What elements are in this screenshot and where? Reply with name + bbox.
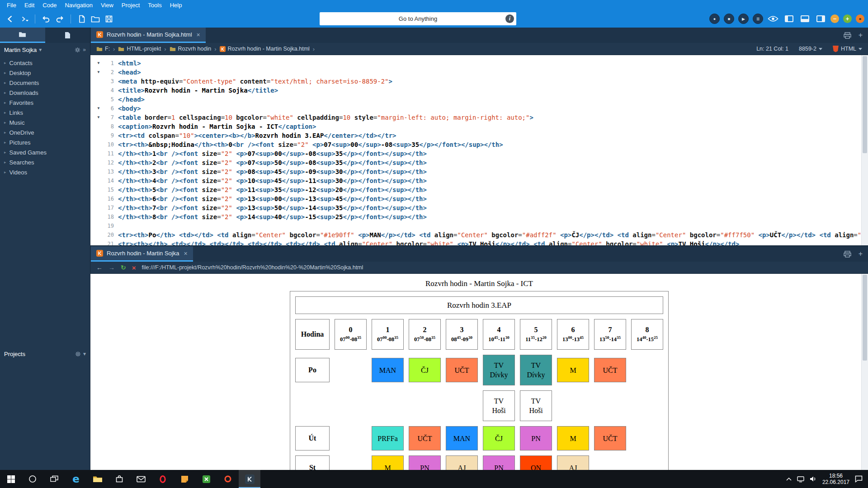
print-icon[interactable] — [844, 251, 851, 258]
code-line-11[interactable]: 11</th><th>1<br /><font size="2" <p>07<s… — [90, 149, 868, 158]
menu-code[interactable]: Code — [38, 1, 61, 9]
add-toolbar-button[interactable]: + — [843, 14, 852, 23]
preview-scrollbar-thumb[interactable] — [863, 275, 867, 361]
fold-marker[interactable] — [95, 140, 102, 149]
code-line-3[interactable]: 3<meta http-equiv="Content-type" content… — [90, 77, 868, 86]
expander-icon[interactable]: ▸ — [4, 110, 6, 115]
sidebar-item-onedrive[interactable]: ▸OneDrive — [0, 127, 90, 137]
fold-marker[interactable] — [95, 77, 102, 86]
code-line-2[interactable]: ▼2<head> — [90, 68, 868, 77]
projects-dropdown-icon[interactable]: ▾ — [83, 351, 86, 357]
fold-marker[interactable] — [95, 167, 102, 176]
expander-icon[interactable]: ▸ — [4, 160, 6, 164]
menu-edit[interactable]: Edit — [20, 1, 38, 9]
go-to-anything-input[interactable]: Go to Anything i — [320, 12, 516, 25]
redo-button[interactable] — [54, 13, 66, 25]
taskbar-store[interactable] — [108, 470, 130, 488]
menu-file[interactable]: File — [3, 1, 20, 9]
fold-marker[interactable]: ▼ — [95, 59, 102, 68]
places-header[interactable]: Martin Sojka ▾ » — [0, 43, 90, 56]
browser-reload-icon[interactable]: ↻ — [121, 264, 126, 271]
code-line-8[interactable]: 8<caption>Rozvrh hodin - Martin Sojka - … — [90, 122, 868, 131]
hidden-icons-chevron[interactable] — [786, 477, 792, 481]
taskbar-browser-2[interactable] — [217, 470, 239, 488]
places-gear-icon[interactable] — [75, 47, 80, 53]
expander-icon[interactable]: ▸ — [4, 61, 6, 65]
action-center-icon[interactable] — [855, 475, 863, 483]
menu-view[interactable]: View — [97, 1, 118, 9]
save-button[interactable] — [103, 13, 115, 25]
menu-project[interactable]: Project — [118, 1, 144, 9]
open-file-button[interactable] — [90, 13, 101, 25]
new-file-button[interactable] — [76, 13, 88, 25]
expander-icon[interactable]: ▸ — [4, 170, 6, 174]
collapse-toolbar-button[interactable]: − — [830, 14, 839, 23]
breadcrumb-item-3[interactable]: Rozvrh hodin — [170, 46, 212, 52]
code-line-20[interactable]: 20<tr><th>Po</th> <td></td> <td align="C… — [90, 230, 868, 239]
preview-eye-button[interactable] — [767, 13, 779, 25]
close-icon[interactable]: × — [197, 31, 200, 38]
code-line-21[interactable]: 21<tr><th></th> <td></td> <td></td> <td>… — [90, 239, 868, 245]
forward-button[interactable] — [18, 13, 30, 25]
taskbar-file-explorer[interactable] — [87, 470, 108, 488]
macro-list-button[interactable]: ≡ — [753, 14, 763, 24]
fold-marker[interactable] — [95, 230, 102, 239]
fold-marker[interactable] — [95, 203, 102, 212]
expander-icon[interactable]: ▸ — [4, 90, 6, 95]
print-icon[interactable] — [844, 32, 851, 39]
projects-header[interactable]: Projects ▾ — [0, 348, 90, 360]
preview-tab[interactable]: Rozvrh hodin - Martin Sojka × — [91, 246, 193, 262]
taskbar-komodo[interactable] — [239, 470, 260, 488]
close-icon[interactable]: × — [184, 250, 187, 257]
code-line-17[interactable]: 17</th><th>7<br /><font size="2" <p>13<s… — [90, 203, 868, 212]
taskbar-edge[interactable]: e — [65, 470, 87, 488]
sidebar-item-music[interactable]: ▸Music — [0, 117, 90, 127]
encoding-selector[interactable]: 8859-2 — [799, 46, 822, 52]
fold-marker[interactable] — [95, 158, 102, 167]
fold-marker[interactable] — [95, 86, 102, 95]
fold-marker[interactable]: ▼ — [95, 68, 102, 77]
fold-marker[interactable] — [95, 176, 102, 185]
browser-back-icon[interactable]: ← — [96, 264, 103, 271]
task-view-button[interactable] — [43, 470, 65, 488]
back-button[interactable] — [5, 13, 16, 25]
editor-scrollbar[interactable] — [861, 55, 868, 245]
language-selector[interactable]: HTML — [833, 46, 862, 52]
new-tab-icon[interactable]: + — [859, 250, 863, 258]
fold-marker[interactable]: ▼ — [95, 113, 102, 122]
sidebar-item-links[interactable]: ▸Links — [0, 108, 90, 117]
expander-icon[interactable]: ▸ — [4, 140, 6, 145]
toggle-right-pane-button[interactable] — [815, 13, 826, 25]
fold-marker[interactable] — [95, 149, 102, 158]
code-line-16[interactable]: 16</th><th>6<br /><font size="2" <p>13<s… — [90, 194, 868, 203]
expander-icon[interactable]: ▸ — [4, 130, 6, 135]
expander-icon[interactable]: ▸ — [4, 120, 6, 125]
komodo-badge-button[interactable]: ● — [856, 14, 864, 23]
macro-play-button[interactable]: ▶ — [738, 14, 749, 24]
url-bar[interactable]: file:///F:/HTML-projekt/Rozvrh%20hodin/R… — [142, 264, 363, 271]
chevron-down-icon[interactable]: ▾ — [39, 47, 42, 53]
new-tab-icon[interactable]: + — [859, 32, 863, 39]
code-line-5[interactable]: 5</head> — [90, 95, 868, 104]
toggle-bottom-pane-button[interactable] — [799, 13, 811, 25]
fold-marker[interactable] — [95, 194, 102, 203]
places-more-icon[interactable]: » — [83, 47, 86, 53]
breadcrumb-item-1[interactable]: F: — [96, 46, 110, 52]
sidebar-item-videos[interactable]: ▸Videos — [0, 167, 90, 177]
code-line-1[interactable]: ▼1<html> — [90, 59, 868, 68]
macro-record-button[interactable]: ● — [709, 14, 720, 24]
code-line-12[interactable]: 12</th><th>2<br /><font size="2" <p>07<s… — [90, 158, 868, 167]
taskbar-green-app[interactable] — [195, 470, 217, 488]
code-editor[interactable]: ▼1<html>▼2<head>3<meta http-equiv="Conte… — [90, 55, 868, 245]
taskbar-clock[interactable]: 18:56 22.06.2017 — [822, 473, 849, 485]
code-line-19[interactable]: 19 — [90, 221, 868, 230]
code-line-10[interactable]: 10<tr><th>&nbsp;Hodina</th><th>0<br /><f… — [90, 140, 868, 149]
code-line-14[interactable]: 14</th><th>4<br /><font size="2" <p>10<s… — [90, 176, 868, 185]
breadcrumb-item-2[interactable]: HTML-projekt — [118, 46, 161, 52]
browser-forward-icon[interactable]: → — [108, 264, 115, 271]
fold-marker[interactable] — [95, 239, 102, 245]
expander-icon[interactable]: ▸ — [4, 80, 6, 85]
sidebar-item-contacts[interactable]: ▸Contacts — [0, 58, 90, 68]
expander-icon[interactable]: ▸ — [4, 150, 6, 155]
code-line-7[interactable]: ▼7<table border=1 cellspacing=10 bgcolor… — [90, 113, 868, 122]
